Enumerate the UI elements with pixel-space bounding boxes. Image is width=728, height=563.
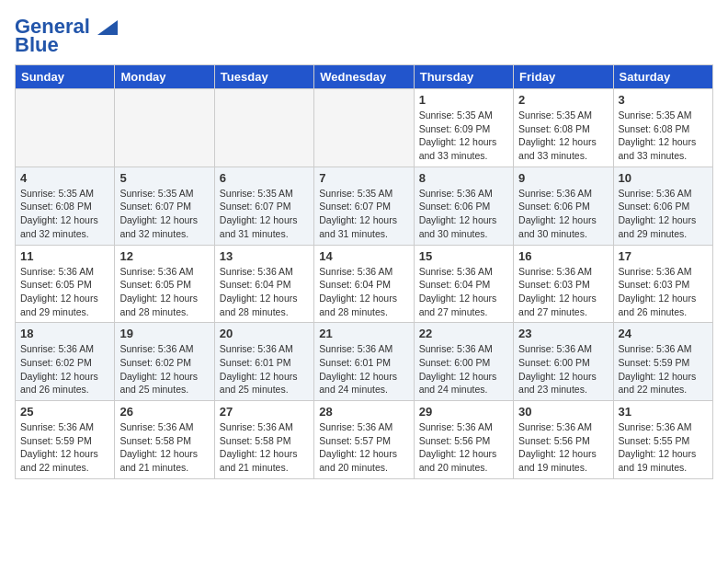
day-info: Sunrise: 5:36 AMSunset: 5:56 PMDaylight:… — [518, 420, 608, 475]
day-info: Sunrise: 5:36 AMSunset: 5:57 PMDaylight:… — [319, 420, 408, 475]
day-number: 18 — [20, 327, 109, 340]
day-info: Sunrise: 5:36 AMSunset: 6:04 PMDaylight:… — [220, 265, 309, 319]
calendar-cell — [115, 89, 214, 167]
day-number: 7 — [319, 171, 408, 185]
day-info: Sunrise: 5:36 AMSunset: 5:59 PMDaylight:… — [20, 420, 109, 475]
calendar-cell: 2Sunrise: 5:35 AMSunset: 6:08 PMDaylight… — [514, 89, 613, 167]
calendar-cell: 11Sunrise: 5:36 AMSunset: 6:05 PMDayligh… — [16, 245, 115, 323]
day-info: Sunrise: 5:36 AMSunset: 6:03 PMDaylight:… — [518, 265, 608, 319]
calendar-cell: 25Sunrise: 5:36 AMSunset: 5:59 PMDayligh… — [16, 401, 115, 479]
day-number: 22 — [419, 327, 508, 340]
calendar-cell: 9Sunrise: 5:36 AMSunset: 6:06 PMDaylight… — [514, 167, 613, 245]
day-number: 13 — [220, 249, 309, 263]
calendar-cell: 16Sunrise: 5:36 AMSunset: 6:03 PMDayligh… — [514, 245, 613, 323]
day-info: Sunrise: 5:36 AMSunset: 6:06 PMDaylight:… — [419, 187, 508, 241]
day-number: 9 — [518, 171, 608, 185]
day-number: 31 — [619, 405, 708, 419]
calendar-cell: 26Sunrise: 5:36 AMSunset: 5:58 PMDayligh… — [115, 401, 214, 479]
calendar-cell: 10Sunrise: 5:36 AMSunset: 6:06 PMDayligh… — [613, 167, 712, 245]
calendar-cell: 29Sunrise: 5:36 AMSunset: 5:56 PMDayligh… — [414, 401, 513, 479]
day-info: Sunrise: 5:35 AMSunset: 6:08 PMDaylight:… — [518, 109, 608, 163]
day-number: 6 — [220, 171, 309, 185]
day-info: Sunrise: 5:36 AMSunset: 6:00 PMDaylight:… — [419, 342, 508, 396]
day-number: 23 — [518, 327, 608, 340]
calendar-cell: 22Sunrise: 5:36 AMSunset: 6:00 PMDayligh… — [414, 323, 513, 401]
calendar-cell: 14Sunrise: 5:36 AMSunset: 6:04 PMDayligh… — [314, 245, 414, 323]
day-number: 19 — [119, 327, 209, 340]
weekday-header-monday: Monday — [115, 65, 214, 89]
day-number: 29 — [419, 405, 508, 419]
week-row-4: 18Sunrise: 5:36 AMSunset: 6:02 PMDayligh… — [16, 323, 713, 401]
day-info: Sunrise: 5:36 AMSunset: 5:59 PMDaylight:… — [619, 342, 708, 396]
weekday-header-friday: Friday — [514, 65, 613, 89]
calendar-cell: 23Sunrise: 5:36 AMSunset: 6:00 PMDayligh… — [514, 323, 613, 401]
day-info: Sunrise: 5:36 AMSunset: 6:05 PMDaylight:… — [119, 265, 209, 319]
day-number: 1 — [419, 93, 508, 107]
calendar-cell — [314, 89, 414, 167]
day-number: 26 — [119, 405, 209, 419]
day-number: 2 — [518, 93, 608, 107]
week-row-3: 11Sunrise: 5:36 AMSunset: 6:05 PMDayligh… — [16, 245, 713, 323]
day-info: Sunrise: 5:36 AMSunset: 5:58 PMDaylight:… — [220, 420, 309, 475]
day-number: 12 — [119, 249, 209, 263]
calendar-cell: 12Sunrise: 5:36 AMSunset: 6:05 PMDayligh… — [115, 245, 214, 323]
calendar-cell: 15Sunrise: 5:36 AMSunset: 6:04 PMDayligh… — [414, 245, 513, 323]
weekday-header-thursday: Thursday — [414, 65, 513, 89]
calendar-cell: 24Sunrise: 5:36 AMSunset: 5:59 PMDayligh… — [613, 323, 712, 401]
weekday-header-wednesday: Wednesday — [314, 65, 414, 89]
day-number: 25 — [20, 405, 109, 419]
day-info: Sunrise: 5:36 AMSunset: 6:06 PMDaylight:… — [619, 187, 708, 241]
logo: General Blue — [15, 15, 118, 57]
week-row-5: 25Sunrise: 5:36 AMSunset: 5:59 PMDayligh… — [16, 401, 713, 479]
calendar-cell: 31Sunrise: 5:36 AMSunset: 5:55 PMDayligh… — [613, 401, 712, 479]
day-info: Sunrise: 5:36 AMSunset: 5:55 PMDaylight:… — [619, 420, 708, 475]
day-number: 30 — [518, 405, 608, 419]
week-row-1: 1Sunrise: 5:35 AMSunset: 6:09 PMDaylight… — [16, 89, 713, 167]
day-info: Sunrise: 5:36 AMSunset: 6:01 PMDaylight:… — [319, 342, 408, 396]
day-number: 15 — [419, 249, 508, 263]
weekday-header-tuesday: Tuesday — [214, 65, 313, 89]
calendar-cell — [214, 89, 313, 167]
day-info: Sunrise: 5:35 AMSunset: 6:08 PMDaylight:… — [619, 109, 708, 163]
day-number: 11 — [20, 249, 109, 263]
logo-icon — [97, 20, 118, 35]
calendar-cell: 7Sunrise: 5:35 AMSunset: 6:07 PMDaylight… — [314, 167, 414, 245]
calendar-cell: 30Sunrise: 5:36 AMSunset: 5:56 PMDayligh… — [514, 401, 613, 479]
day-info: Sunrise: 5:35 AMSunset: 6:09 PMDaylight:… — [419, 109, 508, 163]
day-info: Sunrise: 5:36 AMSunset: 6:03 PMDaylight:… — [619, 265, 708, 319]
calendar-cell: 18Sunrise: 5:36 AMSunset: 6:02 PMDayligh… — [16, 323, 115, 401]
day-number: 17 — [619, 249, 708, 263]
day-number: 20 — [220, 327, 309, 340]
logo-blue: Blue — [15, 33, 59, 57]
calendar-cell: 1Sunrise: 5:35 AMSunset: 6:09 PMDaylight… — [414, 89, 513, 167]
day-number: 8 — [419, 171, 508, 185]
calendar-cell: 27Sunrise: 5:36 AMSunset: 5:58 PMDayligh… — [214, 401, 313, 479]
day-info: Sunrise: 5:36 AMSunset: 5:56 PMDaylight:… — [419, 420, 508, 475]
svg-marker-0 — [97, 20, 118, 35]
weekday-header-sunday: Sunday — [16, 65, 115, 89]
calendar-cell: 6Sunrise: 5:35 AMSunset: 6:07 PMDaylight… — [214, 167, 313, 245]
weekday-header-saturday: Saturday — [613, 65, 712, 89]
day-number: 16 — [518, 249, 608, 263]
calendar-cell: 20Sunrise: 5:36 AMSunset: 6:01 PMDayligh… — [214, 323, 313, 401]
day-number: 21 — [319, 327, 408, 340]
calendar-cell: 5Sunrise: 5:35 AMSunset: 6:07 PMDaylight… — [115, 167, 214, 245]
day-info: Sunrise: 5:36 AMSunset: 6:04 PMDaylight:… — [419, 265, 508, 319]
header: General Blue — [15, 15, 713, 57]
day-info: Sunrise: 5:36 AMSunset: 6:06 PMDaylight:… — [518, 187, 608, 241]
calendar-cell — [16, 89, 115, 167]
day-number: 28 — [319, 405, 408, 419]
day-info: Sunrise: 5:36 AMSunset: 6:00 PMDaylight:… — [518, 342, 608, 396]
day-number: 14 — [319, 249, 408, 263]
calendar: SundayMondayTuesdayWednesdayThursdayFrid… — [15, 64, 713, 479]
day-info: Sunrise: 5:36 AMSunset: 6:02 PMDaylight:… — [20, 342, 109, 396]
day-number: 24 — [619, 327, 708, 340]
calendar-cell: 13Sunrise: 5:36 AMSunset: 6:04 PMDayligh… — [214, 245, 313, 323]
calendar-cell: 3Sunrise: 5:35 AMSunset: 6:08 PMDaylight… — [613, 89, 712, 167]
day-info: Sunrise: 5:35 AMSunset: 6:07 PMDaylight:… — [119, 187, 209, 241]
calendar-cell: 4Sunrise: 5:35 AMSunset: 6:08 PMDaylight… — [16, 167, 115, 245]
day-info: Sunrise: 5:36 AMSunset: 6:01 PMDaylight:… — [220, 342, 309, 396]
day-info: Sunrise: 5:36 AMSunset: 6:05 PMDaylight:… — [20, 265, 109, 319]
calendar-cell: 17Sunrise: 5:36 AMSunset: 6:03 PMDayligh… — [613, 245, 712, 323]
calendar-cell: 8Sunrise: 5:36 AMSunset: 6:06 PMDaylight… — [414, 167, 513, 245]
